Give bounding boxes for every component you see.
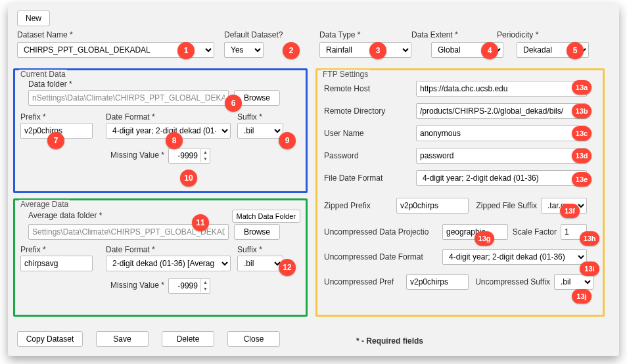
remote-host-label: Remote Host <box>324 84 416 93</box>
uncomp-prefix-input[interactable] <box>406 274 469 290</box>
save-button[interactable]: Save <box>96 331 149 347</box>
scale-factor-label: Scale Factor <box>508 227 561 237</box>
avg-suffix-label: Suffix * <box>237 245 290 254</box>
zipped-prefix-label: Zipped Prefix <box>324 201 396 210</box>
callout-12: 12 <box>279 259 296 276</box>
spinner-down-icon[interactable]: ▼ <box>201 286 210 292</box>
callout-1: 1 <box>177 42 195 59</box>
avg-date-format-select[interactable]: 2-digit dekad (01-36) [Averag <box>106 256 231 271</box>
callout-9: 9 <box>279 132 296 149</box>
avg-suffix-select[interactable]: .bil <box>237 256 283 271</box>
new-button[interactable]: New <box>17 11 50 26</box>
password-label: Password <box>324 151 416 160</box>
missing-value-label: Missing Value * <box>110 150 164 160</box>
callout-13i: 13i <box>580 262 599 276</box>
default-dataset-select[interactable]: Yes <box>224 42 264 58</box>
file-date-format-label: File Date Format <box>324 173 416 183</box>
avg-prefix-label: Prefix * <box>20 245 106 254</box>
spinner-down-icon[interactable]: ▼ <box>201 156 210 162</box>
spinner-up-icon[interactable]: ▲ <box>201 149 210 156</box>
file-date-format-select[interactable]: 4-digit year; 2-digit dekad (01-36) <box>416 170 587 186</box>
callout-13c: 13c <box>572 126 592 141</box>
suffix-select[interactable]: .bil <box>237 123 283 139</box>
dialog-panel: New Dataset Name * Default Dataset? Data… <box>8 4 619 356</box>
avg-missing-value-label: Missing Value * <box>110 281 164 290</box>
delete-button[interactable]: Delete <box>162 331 214 347</box>
ftp-settings-legend: FTP Settings <box>321 70 369 79</box>
callout-6: 6 <box>225 95 242 112</box>
remote-host-input[interactable] <box>416 81 587 97</box>
callout-13g: 13g <box>475 231 494 246</box>
zipped-file-suffix-label: Zipped File Suffix <box>469 201 541 210</box>
callout-7: 7 <box>47 132 64 149</box>
missing-value-spinner[interactable]: ▲▼ <box>168 148 210 164</box>
close-button[interactable]: Close <box>227 331 280 347</box>
callout-13d: 13d <box>572 148 592 163</box>
uncomp-date-format-label: Uncompressed Date Format <box>324 252 442 262</box>
average-data-group: Average Data Average data folder * Match… <box>13 198 308 317</box>
uncomp-prefix-label: Uncompressed Pref <box>324 277 406 286</box>
avg-date-format-label: Date Format * <box>106 245 237 254</box>
callout-11: 11 <box>192 214 209 231</box>
copy-dataset-button[interactable]: Copy Dataset <box>17 331 83 347</box>
callout-3: 3 <box>369 42 386 59</box>
data-folder-label: Data folder * <box>28 80 300 89</box>
current-data-legend: Current Data <box>19 70 67 79</box>
callout-2: 2 <box>283 42 300 59</box>
callout-13j: 13j <box>572 289 592 304</box>
remote-directory-input[interactable] <box>416 103 587 119</box>
periodicity-label: Periodicity * <box>497 30 576 39</box>
uncomp-proj-label: Uncompressed Data Projectio <box>324 227 442 237</box>
avg-prefix-input[interactable] <box>20 256 93 271</box>
callout-4: 4 <box>481 42 498 59</box>
data-type-label: Data Type * <box>300 30 411 39</box>
callout-8: 8 <box>166 132 183 149</box>
data-folder-input[interactable] <box>28 90 229 106</box>
avg-missing-value-input[interactable] <box>169 279 200 292</box>
spinner-up-icon[interactable]: ▲ <box>201 279 210 286</box>
prefix-label: Prefix * <box>20 112 106 122</box>
remote-directory-label: Remote Directory <box>324 106 416 116</box>
uncomp-suffix-select[interactable]: .bil <box>554 274 593 290</box>
default-dataset-label: Default Dataset? <box>224 30 300 39</box>
required-fields-note: * - Required fields <box>356 336 423 346</box>
missing-value-input[interactable] <box>169 149 200 162</box>
ftp-settings-group: FTP Settings Remote Host Remote Director… <box>315 68 605 317</box>
callout-13h: 13h <box>580 231 599 246</box>
callout-10: 10 <box>180 170 197 187</box>
avg-data-folder-browse-button[interactable]: Browse <box>234 224 280 240</box>
callout-13b: 13b <box>572 104 592 118</box>
data-type-select[interactable]: Rainfall <box>319 42 411 58</box>
callout-13e: 13e <box>572 172 592 187</box>
dataset-name-label: Dataset Name * <box>17 30 224 39</box>
zipped-prefix-input[interactable] <box>396 198 469 214</box>
match-data-folder-button[interactable]: Match Data Folder <box>232 210 300 223</box>
callout-13f: 13f <box>560 204 580 218</box>
avg-data-folder-label: Average data folder * <box>28 211 103 220</box>
avg-missing-value-spinner[interactable]: ▲▼ <box>168 278 210 294</box>
suffix-label: Suffix * <box>237 112 290 122</box>
user-name-input[interactable] <box>416 125 587 141</box>
current-data-group: Current Data Data folder * Browse Prefix… <box>13 68 308 193</box>
password-input[interactable] <box>416 148 587 164</box>
callout-5: 5 <box>567 42 584 59</box>
uncomp-suffix-label: Uncompressed Suffix <box>469 277 554 286</box>
uncomp-date-format-select[interactable]: 4-digit year; 2-digit dekad (01-36) <box>442 249 587 265</box>
average-data-legend: Average Data <box>19 200 70 209</box>
user-name-label: User Name <box>324 129 416 138</box>
callout-13a: 13a <box>572 80 592 95</box>
data-extent-label: Data Extent * <box>411 30 497 39</box>
date-format-label: Date Format * <box>106 112 237 122</box>
